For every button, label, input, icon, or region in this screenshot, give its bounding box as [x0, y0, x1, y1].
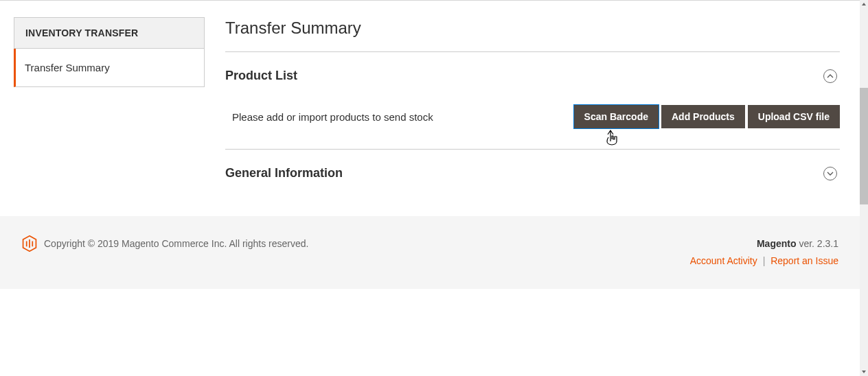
- chevron-up-icon[interactable]: [823, 69, 837, 83]
- footer-links: Account Activity | Report an Issue: [690, 252, 838, 270]
- section-title-product-list: Product List: [225, 69, 297, 83]
- account-activity-link[interactable]: Account Activity: [690, 255, 757, 266]
- chevron-down-icon[interactable]: [823, 167, 837, 180]
- scroll-up-button[interactable]: [860, 0, 868, 8]
- sidebar-item-transfer-summary[interactable]: Transfer Summary: [14, 49, 205, 87]
- upload-csv-button[interactable]: Upload CSV file: [748, 105, 840, 128]
- product-list-hint: Please add or import products to send st…: [232, 111, 433, 123]
- scan-barcode-button[interactable]: Scan Barcode: [574, 105, 659, 128]
- version-brand: Magento: [757, 238, 797, 249]
- version-number: ver. 2.3.1: [797, 238, 838, 249]
- scroll-thumb[interactable]: [860, 88, 868, 204]
- footer-right: Magento ver. 2.3.1 Account Activity | Re…: [690, 235, 838, 270]
- section-header-general-information[interactable]: General Information: [225, 150, 840, 196]
- product-list-body: Please add or import products to send st…: [225, 98, 840, 149]
- main-content: Transfer Summary Product List Please add…: [225, 17, 847, 196]
- footer: Copyright © 2019 Magento Commerce Inc. A…: [0, 216, 860, 289]
- add-products-button[interactable]: Add Products: [661, 105, 745, 128]
- section-product-list: Product List Please add or import produc…: [225, 51, 840, 149]
- section-general-information: General Information: [225, 149, 840, 196]
- product-list-buttons: Scan Barcode Add Products Upload CSV fil…: [574, 105, 840, 128]
- sidebar: INVENTORY TRANSFER Transfer Summary: [14, 17, 205, 196]
- magento-logo-icon: [22, 235, 37, 252]
- report-issue-link[interactable]: Report an Issue: [770, 255, 838, 266]
- footer-left: Copyright © 2019 Magento Commerce Inc. A…: [22, 235, 308, 252]
- section-title-general-information: General Information: [225, 166, 343, 180]
- main-container: INVENTORY TRANSFER Transfer Summary Tran…: [0, 1, 860, 216]
- copyright-text: Copyright © 2019 Magento Commerce Inc. A…: [44, 238, 308, 249]
- sidebar-item-label: Transfer Summary: [25, 62, 110, 73]
- version-info: Magento ver. 2.3.1: [690, 235, 838, 252]
- footer-separator: |: [763, 255, 766, 266]
- scrollbar[interactable]: [860, 0, 868, 289]
- section-header-product-list[interactable]: Product List: [225, 52, 840, 98]
- page-title: Transfer Summary: [225, 19, 840, 38]
- sidebar-header: INVENTORY TRANSFER: [14, 17, 205, 49]
